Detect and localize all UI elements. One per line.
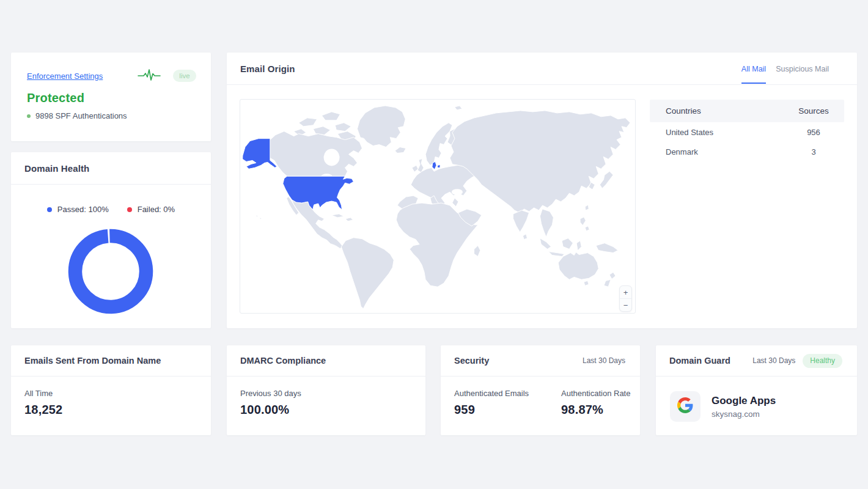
healthy-badge: Healthy — [803, 354, 842, 368]
google-logo-tile — [670, 391, 701, 422]
domain-health-header: Domain Health — [11, 152, 211, 185]
map-australia — [558, 252, 598, 280]
mail-tabs: All Mail Suspicious Mail — [741, 53, 829, 85]
sources-cell: 3 — [783, 147, 844, 156]
security-header: Security Last 30 Days — [441, 345, 640, 377]
map-europe — [411, 165, 478, 208]
dmarc-compliance-body: Previous 30 days 100.00% — [227, 377, 425, 417]
tab-all-mail[interactable]: All Mail — [741, 53, 766, 85]
dmarc-compliance-card: DMARC Compliance Previous 30 days 100.00… — [227, 345, 425, 435]
emails-sent-value: 18,252 — [24, 403, 197, 417]
email-origin-header: Email Origin All Mail Suspicious Mail — [227, 53, 857, 85]
map-greenland — [357, 106, 405, 147]
dmarc-compliance-value: 100.00% — [240, 403, 412, 417]
country-cell: Denmark — [650, 147, 783, 156]
enforcement-card: Enforcement Settings live Protected 9898… — [11, 53, 211, 141]
provider-domain: skysnag.com — [712, 410, 776, 419]
emails-sent-card: Emails Sent From Domain Name All Time 18… — [11, 345, 211, 435]
emails-sent-title: Emails Sent From Domain Name — [24, 356, 161, 366]
dmarc-dashboard: Enforcement Settings live Protected 9898… — [0, 0, 868, 489]
legend-failed-label: Failed: 0% — [138, 205, 175, 214]
legend-passed[interactable]: Passed: 100% — [47, 205, 109, 214]
donut-ring — [74, 235, 147, 307]
domain-guard-body: Google Apps skysnag.com — [656, 377, 857, 422]
table-row: Denmark 3 — [650, 142, 844, 161]
map-zoom-controls: + − — [619, 285, 632, 312]
countries-column-header: Countries — [650, 106, 783, 116]
failed-dot-icon — [127, 207, 132, 212]
email-origin-card: Email Origin All Mail Suspicious Mail — [227, 53, 857, 328]
domain-guard-title: Domain Guard — [669, 356, 730, 366]
security-title: Security — [454, 356, 489, 366]
domain-health-donut-chart[interactable] — [68, 229, 153, 314]
map-asia — [450, 111, 630, 213]
dmarc-compliance-title: DMARC Compliance — [240, 356, 326, 366]
email-origin-title: Email Origin — [240, 64, 295, 74]
map-denmark-island-highlight[interactable] — [438, 164, 440, 167]
tab-suspicious-mail[interactable]: Suspicious Mail — [776, 53, 829, 85]
table-row: United States 956 — [650, 122, 844, 142]
domain-guard-period: Last 30 Days — [752, 356, 795, 365]
countries-table-header: Countries Sources — [650, 100, 844, 122]
map-south-america — [341, 238, 394, 309]
countries-table: Countries Sources United States 956 Denm… — [650, 100, 844, 161]
security-body: Authenticated Emails 959 Authentication … — [441, 377, 640, 417]
emails-sent-body: All Time 18,252 — [11, 377, 211, 417]
google-icon — [677, 397, 693, 416]
country-cell: United States — [650, 128, 783, 137]
spf-auth-count: 9898 SPF Authentications — [35, 111, 127, 120]
dmarc-compliance-label: Previous 30 days — [240, 389, 412, 398]
donut-legend: Passed: 100% Failed: 0% — [11, 205, 211, 214]
spf-auth-row: 9898 SPF Authentications — [27, 111, 211, 120]
green-dot-icon — [27, 114, 31, 118]
heartbeat-icon — [138, 68, 161, 83]
map-zoom-in-button[interactable]: + — [620, 286, 631, 298]
legend-passed-label: Passed: 100% — [57, 205, 109, 214]
dmarc-compliance-header: DMARC Compliance — [227, 345, 425, 377]
protection-status: Protected — [27, 91, 211, 105]
sources-column-header: Sources — [783, 106, 844, 116]
security-card: Security Last 30 Days Authenticated Emai… — [441, 345, 640, 435]
authentication-rate-metric: Authentication Rate 98.87% — [561, 389, 630, 417]
emails-sent-label: All Time — [24, 389, 197, 398]
domain-guard-card: Domain Guard Last 30 Days Healthy Google… — [656, 345, 857, 435]
map-denmark-highlight[interactable] — [432, 161, 436, 169]
authentication-rate-value: 98.87% — [561, 403, 630, 417]
authentication-rate-label: Authentication Rate — [561, 389, 630, 398]
security-period: Last 30 Days — [583, 356, 625, 365]
legend-failed[interactable]: Failed: 0% — [127, 205, 175, 214]
emails-sent-header: Emails Sent From Domain Name — [11, 345, 211, 377]
provider-name: Google Apps — [712, 395, 776, 407]
enforcement-header-row: Enforcement Settings live — [11, 53, 211, 83]
sources-cell: 956 — [783, 128, 844, 137]
map-zoom-out-button[interactable]: − — [620, 298, 631, 311]
domain-health-title: Domain Health — [24, 163, 89, 174]
world-map[interactable]: + − — [240, 99, 636, 314]
provider-info: Google Apps skysnag.com — [712, 395, 776, 419]
domain-health-card: Domain Health Passed: 100% Failed: 0% — [11, 152, 211, 328]
passed-dot-icon — [47, 207, 52, 212]
live-badge: live — [173, 70, 196, 82]
enforcement-settings-link[interactable]: Enforcement Settings — [27, 72, 103, 81]
map-scandinavia — [425, 123, 452, 166]
domain-guard-header: Domain Guard Last 30 Days Healthy — [656, 345, 857, 377]
